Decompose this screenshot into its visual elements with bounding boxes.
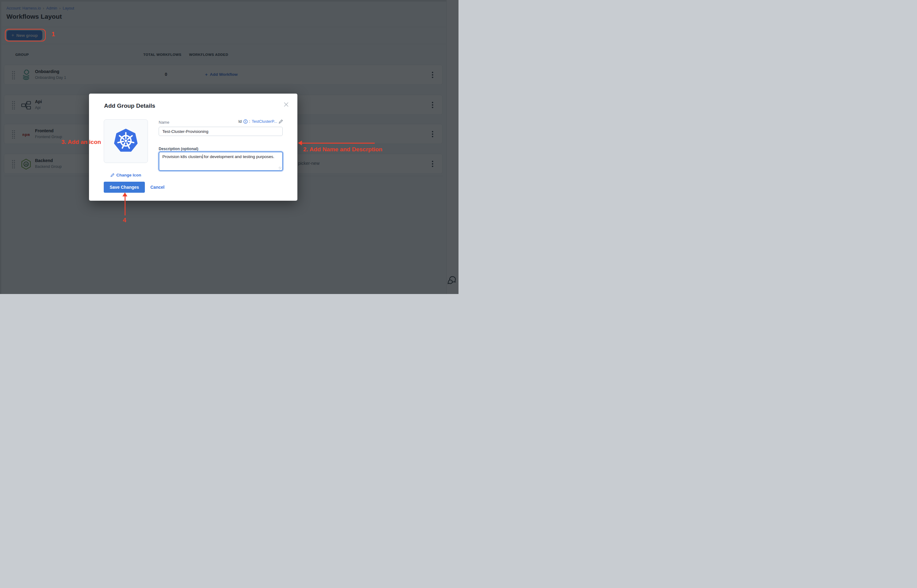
edit-id-pencil-icon[interactable] [279, 120, 283, 124]
annotation-arrow-left-icon [298, 141, 375, 145]
screen: Account: Harness.io › Admin › Layout Wor… [0, 0, 458, 294]
modal-title: Add Group Details [104, 102, 155, 109]
annotation-highlight-new-group [5, 29, 46, 42]
close-icon[interactable] [283, 101, 289, 108]
description-text-before-caret: Provision k8s clusters [162, 154, 203, 159]
name-field-label: Name [159, 120, 170, 124]
annotation-step-2: 2. Add Name and Descrption [303, 146, 383, 153]
entity-id-row: Id : TestClusterP... [239, 119, 283, 124]
change-icon-link[interactable]: Change Icon [104, 173, 148, 178]
description-textarea[interactable]: Provision k8s clusters for development a… [159, 152, 283, 171]
save-changes-button[interactable]: Save Changes [104, 182, 145, 193]
id-label: Id [239, 119, 242, 124]
add-group-details-modal: Add Group Details [89, 94, 297, 201]
description-text-after-caret: for development and testing purposes. [203, 154, 274, 159]
change-icon-label: Change Icon [116, 173, 141, 178]
name-input[interactable] [159, 127, 283, 136]
id-colon: : [249, 119, 250, 124]
annotation-step-3: 3. Add an icon [61, 139, 101, 145]
cancel-button[interactable]: Cancel [150, 182, 165, 193]
group-icon-preview[interactable] [104, 120, 148, 163]
annotation-arrow-up-icon [123, 192, 128, 216]
textarea-resize-grip[interactable] [279, 166, 281, 170]
annotation-step-1: 1 [52, 31, 55, 38]
id-value[interactable]: TestClusterP... [252, 119, 277, 124]
info-icon[interactable] [243, 120, 248, 124]
annotation-step-4: 4 [123, 216, 126, 224]
pencil-icon [110, 173, 115, 177]
description-field-label: Description (optional) [159, 147, 198, 151]
kubernetes-icon [113, 128, 138, 154]
